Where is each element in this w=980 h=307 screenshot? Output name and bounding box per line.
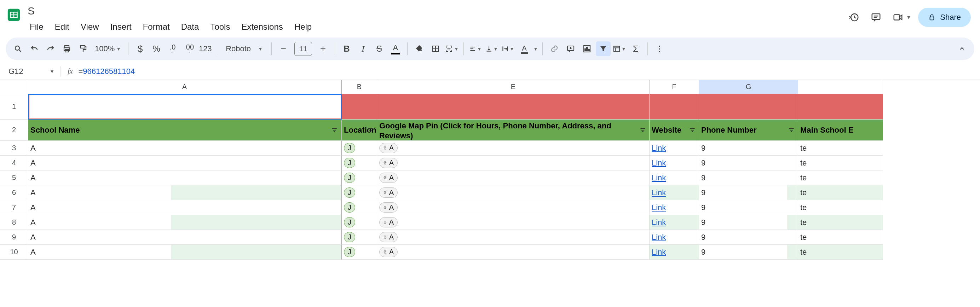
filter-icon[interactable] [331, 127, 338, 134]
cell-phone[interactable]: 9 [699, 200, 798, 215]
cell-email[interactable]: te [798, 245, 883, 259]
italic-icon[interactable]: I [356, 41, 371, 56]
header-school-name[interactable]: School Name [28, 119, 342, 141]
menu-format[interactable]: Format [138, 19, 175, 35]
map-pin-chip[interactable]: A [379, 232, 398, 242]
cell-school-name[interactable]: A [28, 185, 342, 200]
header-map-pin[interactable]: Google Map Pin (Click for Hours, Phone N… [377, 119, 649, 141]
cell-website[interactable]: Link [649, 230, 699, 245]
chart-icon[interactable] [579, 41, 594, 56]
borders-icon[interactable] [428, 41, 443, 56]
undo-icon[interactable] [27, 41, 42, 56]
cell-website[interactable]: Link [649, 156, 699, 170]
cell-phone[interactable]: 9 [699, 170, 798, 185]
font-dropdown[interactable]: Roboto▼ [221, 44, 267, 53]
menu-extensions[interactable]: Extensions [236, 19, 288, 35]
cell-location[interactable]: J [342, 215, 377, 230]
merge-cells-icon[interactable]: ▼ [444, 41, 459, 56]
cell-email[interactable]: te [798, 141, 883, 156]
decrease-font-icon[interactable]: − [276, 41, 291, 56]
cell-map-pin[interactable]: A [377, 245, 649, 259]
menu-data[interactable]: Data [176, 19, 204, 35]
history-icon[interactable] [846, 10, 861, 25]
col-header-B[interactable]: B [342, 80, 377, 94]
cell-phone[interactable]: 9 [699, 230, 798, 245]
cell-email[interactable]: te [798, 215, 883, 230]
col-header-A[interactable]: A [28, 80, 342, 94]
redo-icon[interactable] [43, 41, 58, 56]
cell-location[interactable]: J [342, 185, 377, 200]
website-link[interactable]: Link [652, 143, 666, 153]
location-chip[interactable]: J [344, 173, 355, 183]
cell-A1[interactable] [28, 94, 342, 119]
cell-location[interactable]: J [342, 170, 377, 185]
row-header-1[interactable]: 1 [0, 94, 28, 119]
menu-view[interactable]: View [76, 19, 104, 35]
cell-F1[interactable] [649, 94, 699, 119]
filter-icon[interactable] [367, 127, 374, 134]
more-icon[interactable]: ⋮ [652, 41, 667, 56]
cell-school-name[interactable]: A [28, 230, 342, 245]
cell-email[interactable]: te [798, 170, 883, 185]
name-box[interactable]: G12 ▼ [0, 67, 60, 76]
website-link[interactable]: Link [652, 248, 666, 257]
website-link[interactable]: Link [652, 203, 666, 212]
cell-map-pin[interactable]: A [377, 200, 649, 215]
more-formats-icon[interactable]: 123 [198, 41, 213, 56]
website-link[interactable]: Link [652, 218, 666, 227]
map-pin-chip[interactable]: A [379, 188, 398, 198]
location-chip[interactable]: J [344, 202, 355, 213]
cell-school-name[interactable]: A [28, 141, 342, 156]
meet-button[interactable]: ▼ [891, 10, 911, 25]
cell-H1[interactable] [798, 94, 883, 119]
filter-views-icon[interactable]: ▼ [612, 41, 627, 56]
comment-add-icon[interactable] [563, 41, 578, 56]
map-pin-chip[interactable]: A [379, 217, 398, 227]
text-color-icon[interactable]: A [388, 41, 403, 56]
wrap-icon[interactable]: ▼ [501, 41, 515, 56]
location-chip[interactable]: J [344, 232, 355, 242]
map-pin-chip[interactable]: A [379, 247, 398, 257]
cell-B1[interactable] [342, 94, 377, 119]
col-header-E[interactable]: E [377, 80, 649, 94]
row-header-6[interactable]: 6 [0, 185, 28, 200]
website-link[interactable]: Link [652, 159, 666, 168]
col-header-H[interactable] [798, 80, 883, 94]
sheets-logo[interactable] [6, 3, 22, 26]
map-pin-chip[interactable]: A [379, 143, 398, 153]
cell-map-pin[interactable]: A [377, 215, 649, 230]
select-all-corner[interactable] [0, 80, 28, 94]
strikethrough-icon[interactable]: S [372, 41, 387, 56]
cell-school-name[interactable]: A [28, 156, 342, 170]
cell-E1[interactable] [377, 94, 649, 119]
header-website[interactable]: Website [649, 119, 699, 141]
cell-map-pin[interactable]: A [377, 156, 649, 170]
cell-map-pin[interactable]: A [377, 141, 649, 156]
cell-website[interactable]: Link [649, 170, 699, 185]
cell-location[interactable]: J [342, 200, 377, 215]
decrease-decimal-icon[interactable]: .0← [165, 41, 180, 56]
share-button[interactable]: Share [918, 8, 971, 27]
row-header-8[interactable]: 8 [0, 215, 28, 230]
currency-icon[interactable]: $ [133, 41, 148, 56]
cell-phone[interactable]: 9 [699, 156, 798, 170]
row-header-5[interactable]: 5 [0, 170, 28, 185]
search-menu-icon[interactable] [11, 41, 25, 56]
cell-school-name[interactable]: A [28, 245, 342, 259]
website-link[interactable]: Link [652, 188, 666, 197]
location-chip[interactable]: J [344, 217, 355, 227]
increase-font-icon[interactable]: + [316, 41, 331, 56]
menu-insert[interactable]: Insert [105, 19, 137, 35]
map-pin-chip[interactable]: A [379, 158, 398, 168]
filter-icon[interactable] [596, 41, 611, 56]
cell-phone[interactable]: 9 [699, 141, 798, 156]
menu-file[interactable]: File [25, 19, 48, 35]
cell-G1[interactable] [699, 94, 798, 119]
zoom-dropdown[interactable]: 100%▼ [92, 44, 124, 53]
location-chip[interactable]: J [344, 188, 355, 198]
filter-icon[interactable] [689, 127, 696, 134]
cell-website[interactable]: Link [649, 141, 699, 156]
header-phone[interactable]: Phone Number [699, 119, 798, 141]
cell-location[interactable]: J [342, 156, 377, 170]
menu-tools[interactable]: Tools [205, 19, 235, 35]
